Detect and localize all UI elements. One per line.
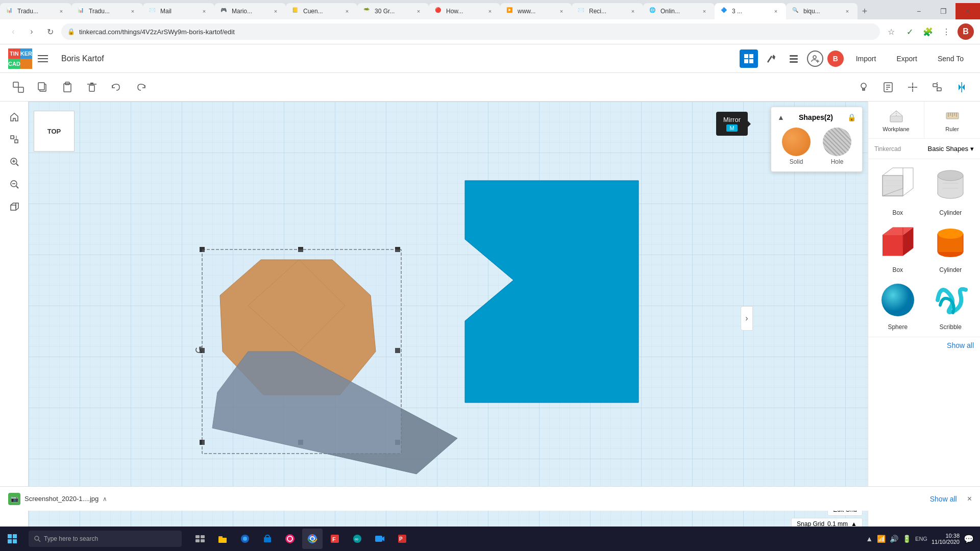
tab-9[interactable]: ✉️ Reci... × [572, 3, 643, 19]
tab-close-4[interactable]: × [272, 7, 280, 15]
menu-button[interactable]: ⋮ [939, 24, 953, 39]
zoom-out-button[interactable] [5, 175, 23, 193]
copy-button[interactable] [33, 77, 53, 97]
send-to-button[interactable]: Send To [929, 51, 972, 67]
grid-view-button[interactable] [740, 49, 758, 68]
extension-check-button[interactable]: ✓ [902, 24, 917, 39]
tab-5[interactable]: 📒 Cuen... × [286, 3, 357, 19]
taskbar-filezilla[interactable]: F [325, 529, 345, 549]
taskbar-task-view[interactable] [190, 529, 210, 549]
taskbar-steam[interactable] [235, 529, 255, 549]
category-dropdown[interactable]: Basic Shapes ▾ [928, 145, 974, 153]
tab-close-google[interactable]: × [843, 7, 851, 15]
panel-toggle-button[interactable]: › [741, 306, 753, 331]
shape-item-cylinder-orange[interactable]: Cylinder [927, 222, 974, 273]
tab-close-8[interactable]: × [557, 7, 566, 15]
hole-shape-option[interactable]: Hole [823, 128, 851, 165]
tab-1[interactable]: 📊 Tradu... × [0, 3, 71, 19]
tinkercad-logo[interactable]: TIN KER CAD [8, 48, 29, 69]
restore-button[interactable]: ❐ [931, 3, 955, 19]
tab-7[interactable]: 🔴 How... × [429, 3, 500, 19]
tab-3[interactable]: ✉️ Mail × [143, 3, 214, 19]
taskbar-windows-store[interactable] [257, 529, 278, 549]
user-profile-button[interactable]: B [958, 23, 974, 40]
tab-8[interactable]: ▶️ www... × [500, 3, 572, 19]
tab-close-10[interactable]: × [700, 7, 708, 15]
tab-6[interactable]: 🥗 30 Gr... × [357, 3, 429, 19]
taskbar-powerpoint[interactable]: P [392, 529, 412, 549]
taskbar-zoom[interactable] [370, 529, 390, 549]
tools-button[interactable] [762, 49, 780, 68]
fit-view-button[interactable] [5, 130, 23, 148]
ruler-button[interactable]: Ruler [924, 102, 980, 138]
notes-button[interactable] [878, 77, 898, 97]
taskbar-chrome[interactable] [302, 529, 323, 549]
import-button[interactable]: Import [848, 51, 885, 67]
notification-icon[interactable]: 💬 [964, 534, 974, 544]
tab-tinkercad[interactable]: 🔷 3 ... × [715, 3, 786, 19]
shapes-panel-lock-button[interactable]: 🔒 [847, 113, 856, 121]
network-icon[interactable]: ▲ [866, 535, 873, 543]
home-button[interactable] [5, 108, 23, 126]
extensions-button[interactable]: 🧩 [921, 24, 935, 39]
export-button[interactable]: Export [888, 51, 925, 67]
add-user-button[interactable] [807, 51, 823, 67]
align-button[interactable] [927, 77, 947, 97]
mirror-button[interactable] [951, 77, 972, 97]
tab-close-1[interactable]: × [57, 7, 65, 15]
redo-button[interactable] [131, 77, 151, 97]
tab-close-6[interactable]: × [414, 7, 423, 15]
delete-button[interactable] [82, 77, 102, 97]
tab-close-3[interactable]: × [200, 7, 208, 15]
tab-close-tinkercad[interactable]: × [772, 7, 780, 15]
tab-10[interactable]: 🌐 Onlin... × [643, 3, 715, 19]
minimize-button[interactable]: − [906, 3, 931, 19]
bookmark-star-button[interactable]: ☆ [884, 24, 898, 39]
measure-button[interactable] [902, 77, 923, 97]
solid-shape-option[interactable]: Solid [782, 128, 811, 165]
tab-4[interactable]: 🎮 Mario... × [214, 3, 286, 19]
taskbar-search[interactable]: Type here to search [29, 531, 182, 547]
show-all-downloads-button[interactable]: Show all [930, 495, 957, 503]
tab-close-7[interactable]: × [486, 7, 494, 15]
volume-icon[interactable]: 🔊 [890, 535, 898, 543]
tab-close-9[interactable]: × [629, 7, 637, 15]
wifi-icon[interactable]: 📶 [877, 535, 886, 543]
workplane-button[interactable]: Workplane [868, 102, 924, 138]
layers-button[interactable] [785, 49, 803, 68]
back-button[interactable]: ‹ [6, 24, 20, 39]
battery-icon[interactable]: 🔋 [902, 535, 911, 543]
shape-item-cylinder-wireframe[interactable]: Cylinder [927, 165, 974, 216]
shape-item-box-red[interactable]: Box [874, 222, 921, 273]
user-avatar[interactable]: B [827, 51, 844, 67]
start-button[interactable] [0, 527, 24, 551]
zoom-in-button[interactable] [5, 153, 23, 171]
tab-2[interactable]: 📊 Tradu... × [71, 3, 143, 19]
close-download-bar-button[interactable]: × [967, 494, 972, 504]
taskbar-arduino[interactable]: ∞ [347, 529, 368, 549]
lightbulb-button[interactable] [853, 77, 874, 97]
clock[interactable]: 10:38 11/10/2020 [932, 533, 960, 545]
shape-item-scribble[interactable]: Scribble [927, 280, 974, 331]
shape-item-box-wireframe[interactable]: Box [874, 165, 921, 216]
shape-item-sphere[interactable]: Sphere [874, 280, 921, 331]
close-button[interactable]: × [955, 3, 980, 19]
download-more-button[interactable]: ∧ [103, 495, 107, 503]
undo-button[interactable] [106, 77, 127, 97]
shapes-panel-collapse-button[interactable]: ▲ [777, 113, 785, 121]
canvas-area[interactable]: ↺ TOP [29, 102, 868, 535]
hamburger-menu-button[interactable] [35, 51, 51, 67]
tab-google[interactable]: 🔍 biqu... × [786, 3, 857, 19]
orthographic-button[interactable] [5, 197, 23, 216]
tab-close-2[interactable]: × [129, 7, 137, 15]
address-bar[interactable]: 🔒 tinkercad.com/things/4V2zArSWy9m-boris… [61, 23, 880, 40]
new-tab-button[interactable]: + [857, 4, 872, 18]
paste-button[interactable] [57, 77, 78, 97]
view-label[interactable]: TOP [34, 111, 75, 152]
refresh-button[interactable]: ↻ [43, 24, 57, 39]
taskbar-app-5[interactable] [280, 529, 300, 549]
forward-button[interactable]: › [24, 24, 39, 39]
show-all-button[interactable]: Show all [947, 341, 974, 349]
tab-close-5[interactable]: × [343, 7, 351, 15]
taskbar-file-explorer[interactable] [212, 529, 233, 549]
